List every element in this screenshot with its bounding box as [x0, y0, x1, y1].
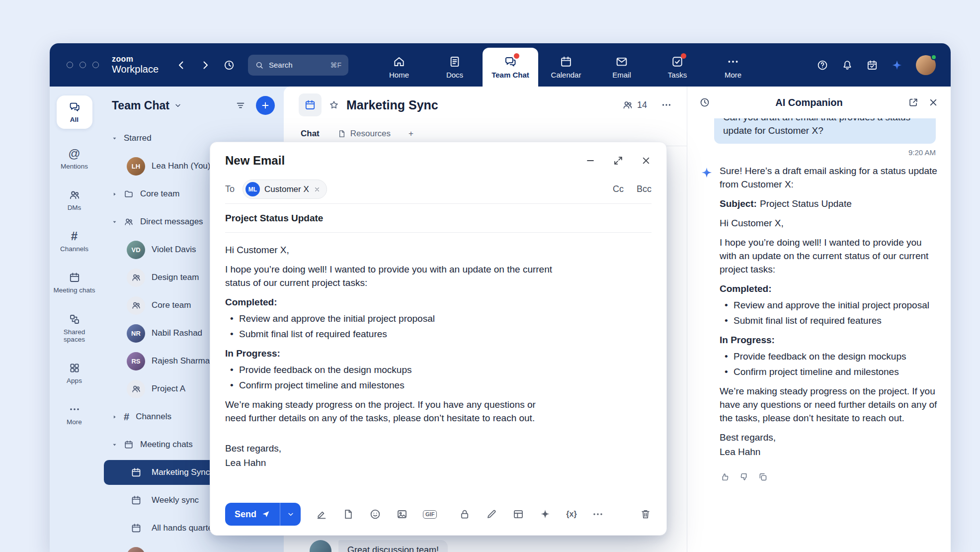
email-body-editor[interactable]: Hi Customer X, I hope you’re doing well!… [225, 233, 652, 497]
section-label: Starred [124, 133, 152, 143]
ai-closing: We’re making steady progress on the proj… [720, 385, 938, 425]
avatar: VD [127, 241, 145, 259]
copy-icon[interactable] [758, 472, 768, 482]
help-icon[interactable] [817, 59, 828, 71]
minimize-icon[interactable] [585, 155, 596, 166]
recipient-chip[interactable]: ML Customer X [243, 180, 327, 199]
remove-recipient-icon[interactable] [314, 186, 321, 193]
rail-item-shared-spaces[interactable]: Shared spaces [53, 313, 96, 343]
close-icon[interactable] [928, 97, 939, 108]
people-icon [622, 99, 633, 110]
filter-icon[interactable] [235, 100, 246, 111]
ai-companion-panel: AI Companion Can you draft an email that… [687, 87, 951, 552]
avatar: NR [127, 324, 145, 343]
emoji-icon[interactable] [369, 508, 381, 520]
nav-calendar-label: Calendar [551, 71, 581, 79]
thumbs-down-icon[interactable] [739, 472, 749, 482]
nav-email[interactable]: Email [594, 48, 650, 87]
list-item: Submit final list of required features [724, 314, 938, 328]
window-close-dot[interactable] [67, 62, 73, 68]
chat-header: Marketing Sync 14 [284, 87, 687, 123]
send-split-button: Send [225, 503, 301, 526]
calendar-check-icon[interactable] [866, 59, 878, 71]
chat-row-lea-rajesh[interactable]: LR Lea/Rajesh 1:1 [99, 542, 284, 552]
open-in-new-icon[interactable] [908, 97, 919, 108]
lock-icon[interactable] [459, 508, 471, 520]
people-icon [131, 384, 141, 394]
variables-button[interactable]: {x} [566, 510, 576, 519]
email-signature: Lea Hahn [225, 457, 553, 470]
message-avatar [310, 540, 331, 552]
nav-tasks[interactable]: Tasks [650, 48, 705, 87]
rail-item-apps[interactable]: Apps [53, 362, 96, 384]
ai-in-progress-label: In Progress: [720, 334, 938, 347]
image-icon[interactable] [396, 508, 408, 520]
star-icon[interactable] [328, 99, 339, 110]
template-icon[interactable] [342, 508, 354, 520]
pencil-icon[interactable] [486, 508, 497, 520]
rail-item-all[interactable]: All [57, 95, 92, 129]
expand-icon[interactable] [613, 155, 624, 166]
user-prompt-bubble: Can you draft an email that provides a s… [714, 118, 936, 144]
nav-more[interactable]: More [705, 48, 761, 87]
subject-field-row[interactable]: Project Status Update [225, 204, 652, 233]
bcc-link[interactable]: Bcc [637, 184, 652, 194]
list-item: Submit final list of required features [229, 328, 553, 341]
hash-icon: # [124, 411, 129, 423]
expand-triangle-icon [112, 191, 117, 197]
chat-row-label: Nabil Rashad [152, 328, 202, 338]
meeting-chats-icon [69, 272, 81, 283]
chat-more-icon[interactable] [661, 99, 672, 110]
modal-header: New Email [225, 142, 652, 175]
toolbar-more-icon[interactable] [592, 508, 604, 520]
new-chat-button[interactable] [256, 96, 275, 115]
people-icon [124, 217, 134, 227]
calendar-icon [131, 467, 142, 478]
chat-row-label: Weekly sync [152, 495, 199, 505]
window-minimize-dot[interactable] [80, 62, 86, 68]
send-options-button[interactable] [280, 503, 301, 526]
back-icon[interactable] [175, 59, 187, 71]
send-button[interactable]: Send [225, 503, 280, 526]
team-chat-panel-header: Team Chat [99, 87, 284, 124]
to-field-row[interactable]: To ML Customer X Cc Bcc [225, 175, 652, 204]
rail-item-channels[interactable]: # Channels [53, 230, 96, 253]
team-chat-title-dropdown[interactable]: Team Chat [112, 99, 182, 112]
members-count[interactable]: 14 [622, 99, 647, 110]
ai-companion-sparkle-icon[interactable] [891, 59, 903, 71]
nav-home[interactable]: Home [371, 48, 427, 87]
search-input[interactable]: Search ⌘F [248, 55, 348, 76]
members-count-value: 14 [637, 100, 647, 110]
history-icon[interactable] [699, 97, 710, 108]
window-zoom-dot[interactable] [92, 62, 99, 68]
rail-item-mentions[interactable]: @ Mentions [53, 148, 96, 170]
user-avatar[interactable] [916, 55, 936, 75]
gif-button[interactable]: GIF [423, 510, 437, 519]
subject-input-value[interactable]: Project Status Update [225, 213, 323, 224]
cc-link[interactable]: Cc [613, 184, 624, 194]
ai-sparkle-icon[interactable] [539, 508, 551, 520]
ai-subject-line: Subject:Project Status Update [720, 197, 938, 211]
rail-channels-label: Channels [60, 245, 88, 253]
rail-more-icon [69, 403, 81, 415]
meeting-calendar-badge [299, 93, 322, 116]
nav-docs[interactable]: Docs [427, 48, 483, 87]
layout-icon[interactable] [512, 508, 524, 520]
history-navigation [175, 59, 235, 71]
history-icon[interactable] [223, 59, 235, 71]
signature-icon[interactable] [316, 508, 327, 520]
nav-team-chat[interactable]: Team Chat [483, 48, 538, 87]
thumbs-up-icon[interactable] [720, 472, 730, 482]
close-icon[interactable] [641, 155, 652, 166]
rail-item-meeting-chats[interactable]: Meeting chats [53, 272, 96, 294]
rail-item-more[interactable]: More [53, 403, 96, 426]
nav-calendar[interactable]: Calendar [538, 48, 594, 87]
rail-item-dms[interactable]: DMs [53, 189, 96, 211]
ai-feedback-row [720, 472, 938, 482]
trash-icon[interactable] [640, 508, 652, 520]
rail-apps-label: Apps [67, 377, 82, 384]
rail-dms-label: DMs [68, 204, 82, 211]
forward-icon[interactable] [199, 59, 211, 71]
notifications-bell-icon[interactable] [841, 59, 853, 71]
cc-bcc-links: Cc Bcc [613, 184, 652, 194]
